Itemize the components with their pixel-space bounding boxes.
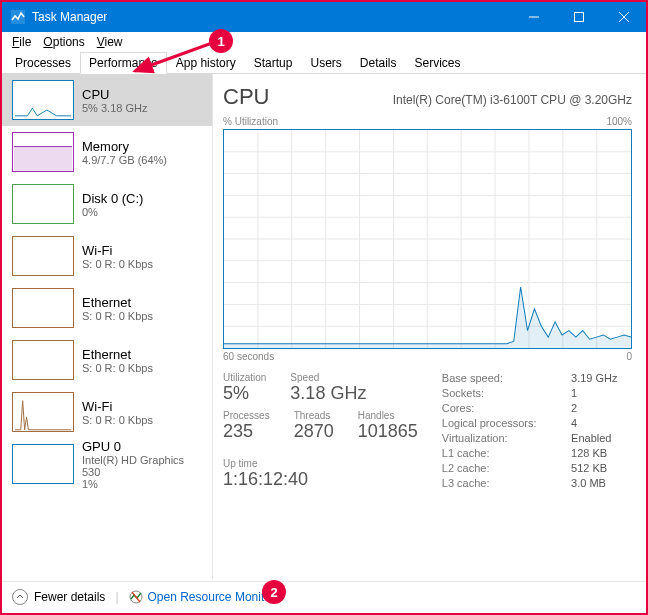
sidebar-item-sub: S: 0 R: 0 Kbps: [82, 414, 153, 426]
lp-label: Logical processors:: [442, 417, 551, 429]
l3-value: 3.0 MB: [571, 477, 632, 489]
sidebar-item-ethernet[interactable]: EthernetS: 0 R: 0 Kbps: [2, 334, 212, 386]
utilization-value: 5%: [223, 383, 266, 404]
sidebar-item-wi-fi[interactable]: Wi-FiS: 0 R: 0 Kbps: [2, 230, 212, 282]
sidebar-item-name: Wi-Fi: [82, 243, 153, 258]
svg-rect-2: [574, 13, 583, 22]
sidebar-item-sub: S: 0 R: 0 Kbps: [82, 258, 153, 270]
annotation-1: 1: [209, 29, 233, 53]
tab-startup[interactable]: Startup: [245, 52, 302, 73]
y-axis-label: % Utilization: [223, 116, 278, 127]
titlebar[interactable]: Task Manager: [2, 2, 646, 32]
sidebar-item-cpu[interactable]: CPU5% 3.18 GHz: [2, 74, 212, 126]
tab-details[interactable]: Details: [351, 52, 406, 73]
sidebar-item-name: GPU 0: [82, 439, 204, 454]
uptime-label: Up time: [223, 458, 418, 469]
thumbnail-chart: [12, 184, 74, 224]
sidebar-item-sub: Intel(R) HD Graphics 5301%: [82, 454, 204, 490]
sidebar-item-wi-fi[interactable]: Wi-FiS: 0 R: 0 Kbps: [2, 386, 212, 438]
l2-label: L2 cache:: [442, 462, 551, 474]
tab-processes[interactable]: Processes: [6, 52, 80, 73]
sockets-value: 1: [571, 387, 632, 399]
sidebar-item-name: CPU: [82, 87, 147, 102]
main-title: CPU: [223, 84, 269, 110]
thumbnail-chart: [12, 392, 74, 432]
thumbnail-chart: [12, 80, 74, 120]
l2-value: 512 KB: [571, 462, 632, 474]
menu-options[interactable]: Options: [37, 33, 90, 51]
cores-value: 2: [571, 402, 632, 414]
menubar: File Options View: [2, 32, 646, 52]
resource-monitor-icon: [129, 590, 143, 604]
sidebar-item-name: Memory: [82, 139, 167, 154]
l1-value: 128 KB: [571, 447, 632, 459]
thumbnail-chart: [12, 236, 74, 276]
tab-services[interactable]: Services: [406, 52, 470, 73]
base_speed-value: 3.19 GHz: [571, 372, 632, 384]
window-title: Task Manager: [32, 10, 107, 24]
y-axis-max: 100%: [606, 116, 632, 127]
sidebar-item-name: Ethernet: [82, 347, 153, 362]
cpu-name: Intel(R) Core(TM) i3-6100T CPU @ 3.20GHz: [393, 93, 632, 107]
svg-line-29: [135, 43, 212, 71]
annotation-2: 2: [262, 580, 286, 604]
threads-label: Threads: [294, 410, 334, 421]
fewer-details-link[interactable]: Fewer details: [34, 590, 105, 604]
sidebar-item-memory[interactable]: Memory4.9/7.7 GB (64%): [2, 126, 212, 178]
footer: Fewer details | Open Resource Monitor: [2, 581, 646, 611]
x-axis-left: 60 seconds: [223, 351, 274, 362]
sidebar-item-sub: S: 0 R: 0 Kbps: [82, 310, 153, 322]
handles-value: 101865: [358, 421, 418, 442]
base_speed-label: Base speed:: [442, 372, 551, 384]
sidebar-item-sub: 0%: [82, 206, 143, 218]
x-axis-right: 0: [626, 351, 632, 362]
cpu-chart[interactable]: [223, 129, 632, 349]
sidebar-item-gpu-0[interactable]: GPU 0Intel(R) HD Graphics 5301%: [2, 438, 212, 490]
l3-label: L3 cache:: [442, 477, 551, 489]
thumbnail-chart: [12, 444, 74, 484]
threads-value: 2870: [294, 421, 334, 442]
sidebar-item-name: Wi-Fi: [82, 399, 153, 414]
sidebar-item-sub: 4.9/7.7 GB (64%): [82, 154, 167, 166]
virt-value: Enabled: [571, 432, 632, 444]
sidebar: CPU5% 3.18 GHzMemory4.9/7.7 GB (64%)Disk…: [2, 74, 213, 579]
sockets-label: Sockets:: [442, 387, 551, 399]
thumbnail-chart: [12, 132, 74, 172]
thumbnail-chart: [12, 288, 74, 328]
tab-users[interactable]: Users: [301, 52, 350, 73]
utilization-label: Utilization: [223, 372, 266, 383]
open-resource-monitor-link[interactable]: Open Resource Monitor: [148, 590, 275, 604]
sidebar-item-disk-0-c-[interactable]: Disk 0 (C:)0%: [2, 178, 212, 230]
sidebar-item-name: Ethernet: [82, 295, 153, 310]
thumbnail-chart: [12, 340, 74, 380]
sidebar-item-name: Disk 0 (C:): [82, 191, 143, 206]
main-panel: CPU Intel(R) Core(TM) i3-6100T CPU @ 3.2…: [213, 74, 646, 579]
menu-file[interactable]: File: [6, 33, 37, 51]
sidebar-item-sub: 5% 3.18 GHz: [82, 102, 147, 114]
handles-label: Handles: [358, 410, 418, 421]
sidebar-item-sub: S: 0 R: 0 Kbps: [82, 362, 153, 374]
speed-value: 3.18 GHz: [290, 383, 366, 404]
chevron-up-icon[interactable]: [12, 589, 28, 605]
virt-label: Virtualization:: [442, 432, 551, 444]
minimize-button[interactable]: [511, 2, 556, 32]
menu-view[interactable]: View: [91, 33, 129, 51]
cpu-details: Base speed:3.19 GHzSockets:1Cores:2Logic…: [442, 372, 632, 490]
lp-value: 4: [571, 417, 632, 429]
speed-label: Speed: [290, 372, 366, 383]
app-icon: [10, 9, 26, 25]
uptime-value: 1:16:12:40: [223, 469, 418, 490]
close-button[interactable]: [601, 2, 646, 32]
processes-value: 235: [223, 421, 270, 442]
l1-label: L1 cache:: [442, 447, 551, 459]
maximize-button[interactable]: [556, 2, 601, 32]
svg-rect-0: [11, 10, 25, 24]
cores-label: Cores:: [442, 402, 551, 414]
sidebar-item-ethernet[interactable]: EthernetS: 0 R: 0 Kbps: [2, 282, 212, 334]
tabbar: ProcessesPerformanceApp historyStartupUs…: [2, 52, 646, 74]
svg-rect-5: [14, 147, 72, 171]
processes-label: Processes: [223, 410, 270, 421]
